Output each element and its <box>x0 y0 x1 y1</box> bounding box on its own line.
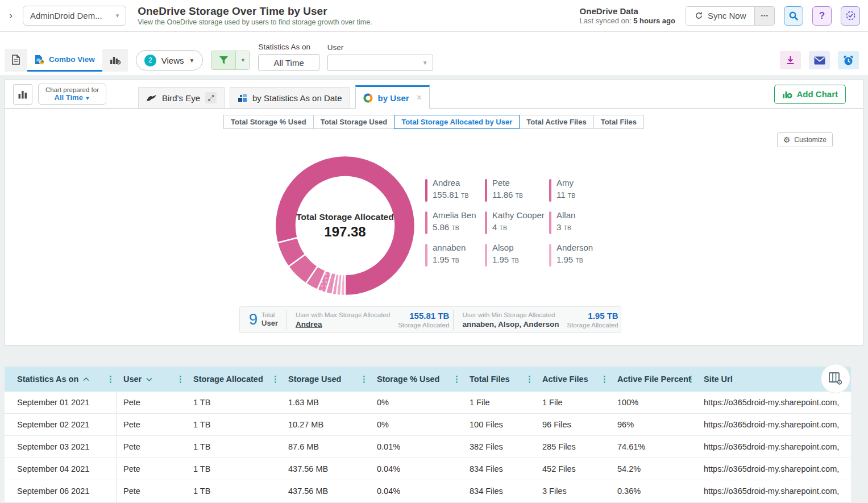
combo-view-tab[interactable]: Combo View <box>27 49 102 72</box>
filter-button[interactable] <box>211 51 235 69</box>
table-cell: Pete <box>117 464 186 473</box>
table-cell: 0.36% <box>610 487 697 496</box>
user-filter-select[interactable]: ▼ <box>327 55 433 71</box>
audit-schedule-button[interactable] <box>841 6 860 26</box>
customize-button[interactable]: ⚙ Customize <box>777 132 833 147</box>
table-row[interactable]: September 06 2021Pete1 TB437.56 MB0.04%8… <box>5 480 851 502</box>
view-mode-tabs: Combo View <box>5 49 128 72</box>
legend-item-andrea[interactable]: Andrea155.81 TB <box>425 178 485 203</box>
legend-item-kathy-cooper[interactable]: Kathy Cooper4 TB <box>485 210 549 235</box>
metric-tab-total-storage-used[interactable]: Total Storage Used <box>313 115 395 129</box>
column-header-statistics-as-on[interactable]: Statistics As on⋮ <box>5 367 117 392</box>
tab-birds-eye[interactable]: Bird's Eye <box>138 87 225 108</box>
table-cell: 74.61% <box>610 442 697 451</box>
legend-name: annaben <box>433 243 466 252</box>
chart-type-button[interactable] <box>13 84 32 105</box>
chart-legend: Andrea155.81 TBPete11.86 TBAmy11 TBAmeli… <box>425 178 620 268</box>
chart-view-tab[interactable] <box>102 49 128 72</box>
sync-now-button[interactable]: Sync Now <box>686 7 755 25</box>
table-cell: 382 Files <box>463 442 535 451</box>
donut-chart-icon <box>363 93 373 103</box>
user-filter-label: User <box>327 43 433 52</box>
table-cell: 10.27 MB <box>281 420 370 429</box>
divider <box>453 310 454 330</box>
export-download-button[interactable] <box>780 51 801 69</box>
column-header-active-files[interactable]: Active Files⋮ <box>535 367 610 392</box>
column-header-storage-used[interactable]: Storage % Used⋮ <box>370 367 463 392</box>
column-menu-icon[interactable]: ⋮ <box>600 374 609 384</box>
close-icon[interactable]: × <box>417 93 422 103</box>
metric-tab-total-files[interactable]: Total Files <box>593 115 644 129</box>
column-menu-icon[interactable]: ⋮ <box>687 374 695 384</box>
legend-item-annaben[interactable]: annaben1.95 TB <box>425 243 485 268</box>
max-user-link[interactable]: Andrea <box>296 320 390 329</box>
more-options-button[interactable]: ••• <box>754 7 774 25</box>
tab-label: by User <box>378 93 409 103</box>
table-cell: 437.56 MB <box>281 464 370 473</box>
table-cell: 452 Files <box>535 464 610 473</box>
column-header-total-files[interactable]: Total Files⋮ <box>463 367 535 392</box>
table-cell: 1 TB <box>186 398 281 407</box>
legend-value: 11.86 TB <box>492 190 523 199</box>
column-menu-icon[interactable]: ⋮ <box>271 374 280 384</box>
column-menu-icon[interactable]: ⋮ <box>176 374 185 384</box>
report-view-tab[interactable] <box>5 49 27 72</box>
search-button[interactable] <box>784 6 803 26</box>
legend-item-amy[interactable]: Amy11 TB <box>549 178 620 203</box>
table-cell: 1 TB <box>186 487 281 496</box>
combo-view-label: Combo View <box>49 55 95 64</box>
tenant-selector[interactable]: AdminDroid Dem... ▾ <box>23 6 126 26</box>
legend-item-alsop[interactable]: Alsop1.95 TB <box>485 243 549 268</box>
table-row[interactable]: September 04 2021Pete1 TB437.56 MB0.04%8… <box>5 458 851 480</box>
add-chart-button[interactable]: Add Chart <box>774 85 846 104</box>
schedule-alarm-button[interactable] <box>838 51 859 69</box>
column-header-storage-allocated[interactable]: Storage Allocated⋮ <box>186 367 281 392</box>
metric-tab-total-active-files[interactable]: Total Active Files <box>519 115 593 129</box>
table-cell: 834 Files <box>463 487 535 496</box>
column-settings-button[interactable] <box>821 364 850 393</box>
table-row[interactable]: September 01 2021Pete1 TB1.63 MB0%1 File… <box>5 392 851 414</box>
metric-tab-total-storage-used[interactable]: Total Storage % Used <box>223 115 314 129</box>
table-row[interactable]: September 02 2021Pete1 TB10.27 MB0%100 F… <box>5 414 851 436</box>
download-icon <box>786 56 795 65</box>
tab-by-statistics-date[interactable]: by Statistics As on Date <box>230 87 350 108</box>
total-user-count: 9 <box>249 312 258 327</box>
legend-name: Alsop <box>492 243 519 252</box>
metric-tab-total-storage-allocated-by-user[interactable]: Total Storage Allocated by User <box>394 115 520 129</box>
table-row[interactable]: September 03 2021Pete1 TB87.6 MB0.01%382… <box>5 436 851 458</box>
table-cell: https://o365droid-my.sharepoint.com, <box>697 398 851 407</box>
views-dropdown-button[interactable]: 2 Views ▼ <box>136 50 203 70</box>
column-header-storage-used[interactable]: Storage Used⋮ <box>281 367 370 392</box>
column-menu-icon[interactable]: ⋮ <box>106 374 115 384</box>
column-header-active-file-percent[interactable]: Active File Percent⋮ <box>610 367 697 392</box>
filter-split-button: ▼ <box>211 51 250 70</box>
legend-item-pete[interactable]: Pete11.86 TB <box>485 178 549 203</box>
column-menu-icon[interactable]: ⋮ <box>452 374 461 384</box>
bar-chart-icon <box>110 55 121 65</box>
report-toolbar: Combo View 2 Views ▼ ▼ Statistics As on … <box>0 32 868 75</box>
statistics-as-on-filter-button[interactable]: All Time <box>258 54 319 71</box>
divider <box>286 310 287 330</box>
column-menu-icon[interactable]: ⋮ <box>525 374 534 384</box>
help-button[interactable]: ? <box>812 6 832 26</box>
column-header-user[interactable]: User⋮ <box>117 367 186 392</box>
filter-dropdown-caret[interactable]: ▼ <box>235 51 250 69</box>
legend-item-allan[interactable]: Allan3 TB <box>549 210 620 235</box>
chart-prepared-for-button[interactable]: Chart prepared for All Time ▼ <box>38 84 106 105</box>
expand-icon[interactable] <box>205 92 217 103</box>
tab-label: by Statistics As on Date <box>252 93 342 103</box>
legend-swatch <box>485 211 487 234</box>
legend-item-anderson[interactable]: Anderson1.95 TB <box>549 243 620 268</box>
table-cell: 54.2% <box>610 464 697 473</box>
table-cell: 1 TB <box>186 464 281 473</box>
table-body: September 01 2021Pete1 TB1.63 MB0%1 File… <box>5 392 851 502</box>
document-icon <box>12 55 20 65</box>
column-menu-icon[interactable]: ⋮ <box>360 374 368 384</box>
email-report-button[interactable] <box>809 51 830 69</box>
breadcrumb-expand-button[interactable]: › <box>6 9 16 23</box>
tab-by-user[interactable]: by User × <box>355 85 430 109</box>
legend-value: 3 TB <box>556 222 575 232</box>
table-cell: September 03 2021 <box>5 436 117 458</box>
legend-item-amelia-ben[interactable]: Amelia Ben5.86 TB <box>425 210 485 235</box>
column-header-label: Storage % Used <box>377 375 439 384</box>
